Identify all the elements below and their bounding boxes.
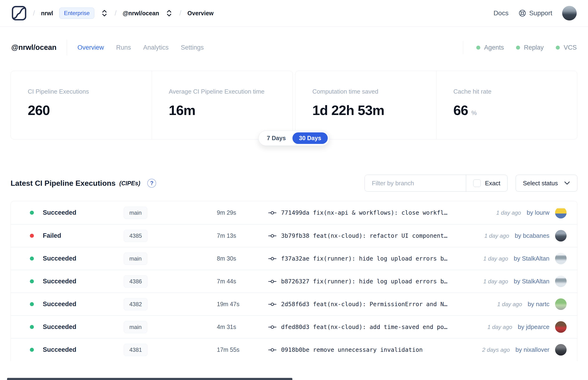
author-avatar[interactable] xyxy=(555,321,567,333)
row-branch: main xyxy=(124,321,217,333)
divider xyxy=(463,41,463,54)
branch-badge[interactable]: main xyxy=(124,252,147,265)
row-status: Succeeded xyxy=(21,323,124,331)
author-avatar[interactable] xyxy=(555,344,567,356)
table-row[interactable]: Succeeded main 4m 31s dfed80d3 feat(nx-c… xyxy=(11,315,577,338)
breadcrumb-workspace[interactable]: @nrwl/ocean xyxy=(123,10,159,17)
author-name[interactable]: by bcabanes xyxy=(515,232,550,239)
row-meta: 1 day ago by StalkAltan xyxy=(483,276,567,287)
time-ago: 1 day ago xyxy=(484,232,509,239)
org-switcher-chevron-icon[interactable] xyxy=(100,9,108,18)
row-commit[interactable]: 771499da fix(nx-api & workflows): close … xyxy=(268,209,489,216)
row-status: Succeeded xyxy=(21,209,124,216)
status-dot xyxy=(30,348,34,352)
table-row[interactable]: Succeeded 4381 17m 55s 0918b0be remove u… xyxy=(11,338,577,361)
git-commit-icon xyxy=(268,301,276,307)
exact-match-control[interactable]: Exact xyxy=(466,175,507,191)
cipe-section-header: Latest CI Pipeline Executions (CIPEs) ? … xyxy=(11,175,577,192)
branch-filter-group: Exact xyxy=(364,175,508,192)
branch-badge[interactable]: 4386 xyxy=(124,275,148,287)
author-name[interactable]: by nixallover xyxy=(515,346,550,353)
row-commit[interactable]: 3b79fb38 feat(nx-cloud): refactor UI com… xyxy=(268,232,477,239)
breadcrumb-page: Overview xyxy=(188,10,214,17)
table-row[interactable]: Succeeded main 8m 30s f37a32ae fix(runne… xyxy=(11,247,577,270)
breadcrumb-org[interactable]: nrwl xyxy=(41,10,53,17)
author-avatar[interactable] xyxy=(555,276,567,287)
stat-average-execution-time: Average CI Pipeline Execution time 16m xyxy=(152,71,293,139)
support-link[interactable]: Support xyxy=(518,9,552,17)
user-avatar[interactable] xyxy=(562,6,577,20)
stat-cache-hit-rate: Cache hit rate 66 % xyxy=(436,71,577,139)
row-meta: 1 day ago by nartc xyxy=(497,298,567,310)
row-commit[interactable]: f37a32ae fix(runner): hide log upload er… xyxy=(268,255,476,262)
workspace-switcher-chevron-icon[interactable] xyxy=(165,9,173,18)
branch-badge[interactable]: 4381 xyxy=(124,344,148,356)
row-branch: main xyxy=(124,207,217,219)
branch-badge[interactable]: 4385 xyxy=(124,230,148,242)
author-avatar[interactable] xyxy=(555,207,567,218)
nx-cloud-logo[interactable] xyxy=(11,5,27,21)
table-row[interactable]: Failed 4385 7m 13s 3b79fb38 feat(nx-clou… xyxy=(11,224,577,247)
row-commit[interactable]: b8726327 fix(runner): hide log upload er… xyxy=(268,278,476,285)
bottom-partial-element xyxy=(7,378,292,380)
commit-message: f37a32ae fix(runner): hide log upload er… xyxy=(281,255,447,262)
author-name[interactable]: by StalkAltan xyxy=(514,255,550,262)
row-branch: main xyxy=(124,252,217,265)
author-avatar[interactable] xyxy=(555,253,567,264)
help-icon[interactable]: ? xyxy=(147,179,156,188)
author-name[interactable]: by StalkAltan xyxy=(514,278,550,285)
topbar-actions: Docs Support xyxy=(493,6,577,20)
git-commit-icon xyxy=(268,278,276,285)
tab-overview[interactable]: Overview xyxy=(77,44,104,51)
row-branch: 4382 xyxy=(124,298,217,310)
green-status-dot-icon xyxy=(476,46,480,50)
row-commit[interactable]: 2d58f6d3 feat(nx-cloud): PermissionError… xyxy=(268,301,490,307)
tab-settings[interactable]: Settings xyxy=(181,44,204,51)
git-commit-icon xyxy=(268,209,276,216)
table-row[interactable]: Succeeded 4382 19m 47s 2d58f6d3 feat(nx-… xyxy=(11,292,577,315)
table-row[interactable]: Succeeded 4386 7m 44s b8726327 fix(runne… xyxy=(11,270,577,292)
exact-checkbox[interactable] xyxy=(473,179,481,187)
tab-analytics[interactable]: Analytics xyxy=(143,44,169,51)
status-select-label: Select status xyxy=(523,180,558,187)
cipe-section-title: Latest CI Pipeline Executions xyxy=(11,179,115,188)
range-option-7-days[interactable]: 7 Days xyxy=(260,133,292,144)
status-dot xyxy=(30,279,34,283)
range-option-30-days[interactable]: 30 Days xyxy=(292,133,328,144)
author-avatar[interactable] xyxy=(555,230,567,242)
enterprise-badge[interactable]: Enterprise xyxy=(59,7,94,19)
breadcrumb-separator: / xyxy=(179,9,181,17)
status-dot xyxy=(30,302,34,306)
branch-badge[interactable]: main xyxy=(124,321,147,333)
branch-filter-input[interactable] xyxy=(365,175,466,191)
status-dot xyxy=(30,325,34,329)
author-name[interactable]: by jdpearce xyxy=(518,323,550,331)
row-status: Succeeded xyxy=(21,301,124,308)
status-select-dropdown[interactable]: Select status xyxy=(515,175,577,192)
tab-runs[interactable]: Runs xyxy=(116,44,131,51)
feature-status-list: Agents Replay VCS xyxy=(476,44,577,51)
git-commit-icon xyxy=(268,347,276,353)
author-name[interactable]: by nartc xyxy=(528,301,550,308)
row-duration: 7m 44s xyxy=(217,278,268,285)
commit-message: dfed80d3 feat(nx-cloud): add time-saved … xyxy=(281,323,447,330)
author-name[interactable]: by lourw xyxy=(527,209,550,216)
row-meta: 2 days ago by nixallover xyxy=(482,344,567,356)
author-avatar[interactable] xyxy=(555,298,567,310)
status-dot xyxy=(30,257,34,261)
docs-link[interactable]: Docs xyxy=(493,9,509,17)
time-ago: 1 day ago xyxy=(483,255,508,262)
branch-badge[interactable]: 4382 xyxy=(124,298,148,310)
table-row[interactable]: Succeeded main 9m 29s 771499da fix(nx-ap… xyxy=(11,201,577,224)
time-ago: 1 day ago xyxy=(487,324,512,330)
green-status-dot-icon xyxy=(556,46,560,50)
time-ago: 1 day ago xyxy=(496,209,521,216)
time-ago: 1 day ago xyxy=(497,301,522,307)
git-commit-icon xyxy=(268,324,276,330)
git-commit-icon xyxy=(268,232,276,239)
row-commit[interactable]: 0918b0be remove unnecessary invalidation xyxy=(268,346,475,353)
branch-badge[interactable]: main xyxy=(124,207,147,219)
status-label: Succeeded xyxy=(43,278,76,285)
row-commit[interactable]: dfed80d3 feat(nx-cloud): add time-saved … xyxy=(268,323,480,330)
time-ago: 1 day ago xyxy=(483,278,508,285)
